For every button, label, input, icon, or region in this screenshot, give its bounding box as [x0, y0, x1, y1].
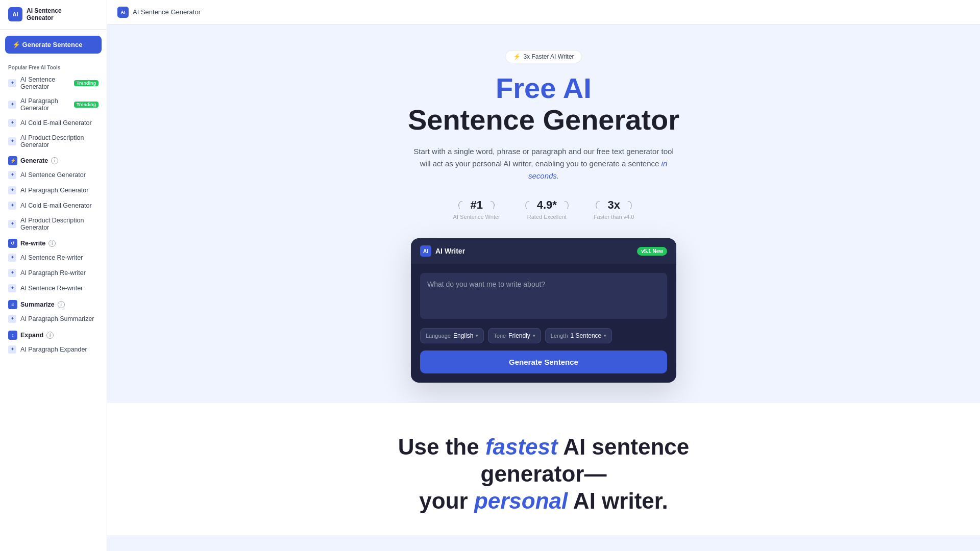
stat-top-3: 3x: [595, 198, 632, 212]
laurel-right-1: [486, 199, 495, 211]
sidebar-item-label: AI Product Description Generator: [20, 134, 99, 148]
group-summarize: ≡ Summarize i: [0, 296, 107, 311]
sidebar-item-cold-email-popular[interactable]: ✦ AI Cold E-mail Generator: [0, 115, 107, 131]
bottom-italic-blue: fastest: [485, 434, 558, 459]
sidebar-item-para-expand[interactable]: ✦ AI Paragraph Expander: [0, 342, 107, 357]
stat-rated: 4.9* Rated Excellent: [525, 198, 569, 220]
sidebar-logo: AI AI SentenceGeneator: [0, 0, 107, 30]
sidebar-item-cold-email[interactable]: ✦ AI Cold E-mail Generator: [0, 198, 107, 213]
stat-faster: 3x Faster than v4.0: [594, 198, 634, 220]
hero-title-dark: Sentence Generator: [408, 104, 679, 136]
sidebar-item-para-gen[interactable]: ✦ AI Paragraph Generator: [0, 183, 107, 198]
tone-select[interactable]: Tone Friendly ▾: [488, 328, 541, 343]
ps-icon: ✦: [8, 315, 16, 323]
bottom-title: Use the fastest AI sentence generator— y…: [390, 434, 697, 514]
para-gen-icon: ✦: [8, 101, 16, 109]
sidebar-item-sentence-gen-popular[interactable]: ✦ AI Sentence Generator Trending: [0, 72, 107, 94]
tone-label: Tone: [494, 333, 506, 339]
sidebar-item-label: AI Paragraph Re-writer: [20, 269, 86, 277]
faster-badge: ⚡ 3x Faster AI Writer: [505, 50, 581, 63]
card-controls: Language English ▾ Tone Friendly ▾ Lengt…: [420, 328, 667, 343]
badge-text: 3x Faster AI Writer: [523, 53, 574, 60]
language-label: Language: [426, 333, 451, 339]
generate-group-icon: ⚡: [8, 156, 17, 165]
group-rewrite-label: Re-write: [20, 240, 45, 247]
trending-badge: Trending: [74, 102, 99, 108]
lightning-icon: ⚡: [513, 53, 521, 60]
sidebar-item-label: AI Sentence Re-writer: [20, 285, 83, 292]
product-desc-icon: ✦: [8, 137, 16, 145]
sentence-gen-icon: ✦: [8, 79, 16, 87]
stat-top-2: 4.9*: [525, 198, 569, 212]
expand-info-icon[interactable]: i: [46, 332, 54, 339]
prw-icon: ✦: [8, 269, 16, 277]
card-header: AI AI Writer v5.1 New: [411, 238, 676, 264]
writer-card: AI AI Writer v5.1 New Language English ▾…: [411, 238, 676, 383]
stat-number-2: 4.9*: [537, 198, 557, 212]
rewrite-group-icon: ↺: [8, 239, 17, 248]
sidebar-item-label: AI Sentence Generator: [20, 171, 86, 179]
sidebar-item-label: AI Paragraph Summarizer: [20, 315, 94, 322]
generate-info-icon[interactable]: i: [51, 157, 58, 164]
rewrite-info-icon[interactable]: i: [48, 240, 56, 247]
language-select[interactable]: Language English ▾: [420, 328, 484, 343]
sidebar-item-para-rw[interactable]: ✦ AI Paragraph Re-writer: [0, 265, 107, 281]
popular-section-title: Popular Free AI Tools: [0, 60, 107, 72]
hero-desc-text: Start with a single word, phrase or para…: [413, 147, 673, 168]
stat-number-3: 3x: [607, 198, 620, 212]
topnav-logo-icon: AI: [117, 7, 129, 18]
length-value: 1 Sentence: [571, 332, 602, 339]
sidebar-item-label: AI Cold E-mail Generator: [20, 119, 92, 127]
topnav-title: AI Sentence Generator: [133, 8, 201, 16]
sidebar-item-product-desc[interactable]: ✦ AI Product Description Generator: [0, 213, 107, 235]
group-rewrite: ↺ Re-write i: [0, 235, 107, 250]
tone-value: Friendly: [508, 332, 530, 339]
sidebar-item-label: AI Paragraph Expander: [20, 346, 87, 353]
group-generate: ⚡ Generate i: [0, 152, 107, 167]
hero-title: Free AI Sentence Generator: [408, 72, 679, 135]
length-label: Length: [551, 333, 568, 339]
language-value: English: [453, 332, 473, 339]
group-summarize-label: Summarize: [20, 301, 55, 308]
main-content: AI AI Sentence Generator ⚡ 3x Faster AI …: [107, 0, 980, 551]
sidebar: AI AI SentenceGeneator ⚡ Generate Senten…: [0, 0, 107, 551]
pe-icon: ✦: [8, 345, 16, 354]
stat-sentence-writer: #1 AI Sentence Writer: [453, 198, 500, 220]
sidebar-item-sentence-rw2[interactable]: ✦ AI Sentence Re-writer: [0, 281, 107, 296]
laurel-left-1: [458, 199, 467, 211]
length-chevron: ▾: [604, 333, 606, 338]
sidebar-item-sentence-rw[interactable]: ✦ AI Sentence Re-writer: [0, 250, 107, 265]
group-generate-label: Generate: [20, 157, 48, 164]
write-input[interactable]: [420, 273, 667, 319]
length-select[interactable]: Length 1 Sentence ▾: [545, 328, 612, 343]
sidebar-item-sentence-gen[interactable]: ✦ AI Sentence Generator: [0, 167, 107, 183]
card-body: Language English ▾ Tone Friendly ▾ Lengt…: [411, 264, 676, 383]
sidebar-item-label: AI Sentence Generator: [20, 76, 68, 90]
sidebar-item-para-summarize[interactable]: ✦ AI Paragraph Summarizer: [0, 311, 107, 327]
logo-text: AI SentenceGeneator: [27, 7, 62, 22]
hero-section: ⚡ 3x Faster AI Writer Free AI Sentence G…: [107, 24, 980, 403]
stat-number-1: #1: [470, 198, 482, 212]
srw-icon: ✦: [8, 254, 16, 262]
stat-label-3: Faster than v4.0: [594, 214, 634, 220]
sidebar-item-label: AI Product Description Generator: [20, 217, 99, 231]
bottom-text-after: AI writer.: [568, 488, 668, 513]
card-ai-icon: AI: [420, 245, 431, 257]
sidebar-item-para-gen-popular[interactable]: ✦ AI Paragraph Generator Trending: [0, 94, 107, 115]
generate-sentence-button[interactable]: Generate Sentence: [420, 350, 667, 373]
laurel-left-2: [525, 199, 534, 211]
summarize-info-icon[interactable]: i: [58, 301, 65, 308]
topnav: AI AI Sentence Generator: [107, 0, 980, 24]
ce-icon: ✦: [8, 202, 16, 210]
language-chevron: ▾: [476, 333, 478, 338]
expand-group-icon: ↕: [8, 331, 17, 340]
sidebar-item-label: AI Paragraph Generator: [20, 187, 88, 194]
laurel-right-2: [560, 199, 569, 211]
stats-row: #1 AI Sentence Writer 4.9*: [453, 198, 634, 220]
sg-icon: ✦: [8, 171, 16, 179]
sidebar-generate-button[interactable]: ⚡ Generate Sentence: [5, 36, 102, 54]
hero-description: Start with a single word, phrase or para…: [411, 145, 676, 182]
sidebar-item-label: AI Cold E-mail Generator: [20, 202, 92, 209]
sidebar-item-product-desc-popular[interactable]: ✦ AI Product Description Generator: [0, 131, 107, 152]
stat-label-2: Rated Excellent: [527, 214, 567, 220]
